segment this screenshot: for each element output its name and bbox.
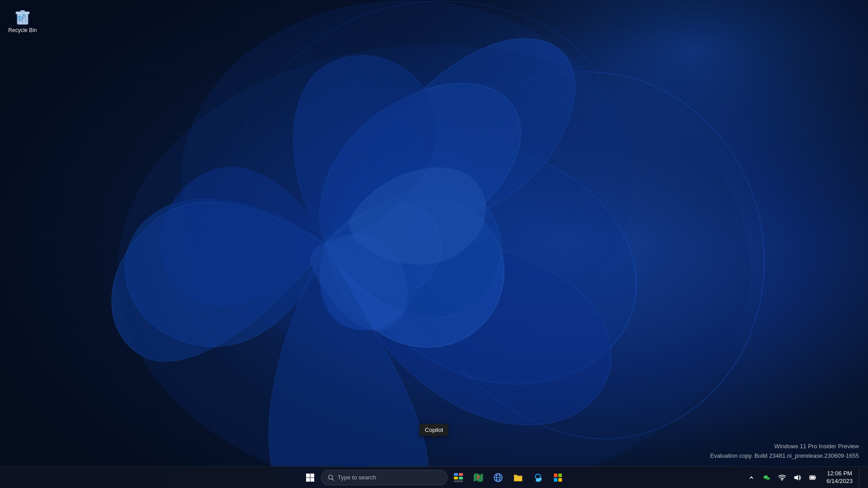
wechat-tray-icon[interactable] [760,470,774,485]
svg-point-36 [765,476,766,477]
search-icon [328,474,334,481]
battery-tray-button[interactable] [806,470,820,485]
volume-tray-button[interactable] [790,470,805,485]
network-icon [778,474,786,481]
taskbar-right: 12:06 PM 6/14/2023 [744,469,868,487]
system-tray [744,470,820,485]
svg-line-15 [332,479,334,480]
taskbar: Type to search [0,466,868,488]
network-tray-button[interactable] [775,470,789,485]
svg-rect-43 [811,476,815,479]
taskbar-widgets-button[interactable] [449,469,467,487]
volume-icon [794,474,801,481]
clock-time: 12:06 PM [827,470,852,478]
file-explorer-icon [513,473,523,483]
svg-point-35 [766,477,770,480]
svg-rect-18 [454,477,458,479]
recycle-bin-icon [14,7,32,25]
taskbar-edge-button[interactable] [529,469,547,487]
svg-rect-17 [459,473,463,476]
clock-date: 6/14/2023 [826,478,853,485]
taskbar-copilot-button[interactable] [489,469,507,487]
svg-rect-3 [0,0,868,488]
svg-rect-6 [20,10,25,12]
recycle-bin-label: Recycle Bin [8,27,37,34]
svg-point-38 [767,478,768,478]
taskbar-maps-button[interactable] [469,469,487,487]
start-button[interactable] [301,469,319,487]
svg-rect-19 [459,477,463,479]
svg-rect-31 [558,474,562,477]
svg-rect-32 [554,478,557,482]
clock-area[interactable]: 12:06 PM 6/14/2023 [823,469,856,486]
svg-point-37 [766,476,767,477]
svg-rect-13 [311,478,315,482]
eval-line1: Windows 11 Pro Insider Preview [710,442,859,451]
widgets-icon [453,473,463,483]
maps-icon [473,473,483,483]
svg-line-9 [25,15,26,23]
copilot-tooltip: Copilot [420,424,448,436]
svg-rect-10 [306,474,310,478]
desktop-icons-area: Recycle Bin [5,5,41,37]
taskbar-store-button[interactable] [549,469,567,487]
show-desktop-button[interactable] [859,469,863,487]
taskbar-center: Type to search [301,469,567,487]
svg-rect-42 [815,477,816,478]
eval-watermark: Windows 11 Pro Insider Preview Evaluatio… [710,442,859,461]
desktop: Recycle Bin Copilot Windows 11 Pro Insid… [0,0,868,488]
svg-rect-33 [558,478,562,482]
svg-rect-11 [311,474,315,478]
recycle-bin-icon-item[interactable]: Recycle Bin [5,5,41,37]
wechat-icon [763,474,770,481]
svg-point-39 [769,478,769,478]
battery-icon [809,474,816,481]
wallpaper [0,0,868,488]
show-hidden-icons-button[interactable] [744,470,759,485]
eval-line2: Evaluation copy. Build 23481.ni_prerelea… [710,451,859,461]
windows-logo-icon [306,473,315,482]
svg-rect-12 [306,478,310,482]
search-bar[interactable]: Type to search [321,470,448,485]
copilot-icon [493,473,503,483]
svg-rect-16 [454,473,458,476]
svg-marker-40 [794,475,798,480]
store-icon [553,473,563,483]
copilot-tooltip-text: Copilot [425,427,443,433]
svg-rect-30 [554,474,557,477]
svg-rect-20 [454,480,463,482]
search-placeholder-text: Type to search [338,474,376,481]
chevron-up-icon [749,475,754,480]
edge-icon [533,473,543,483]
taskbar-file-explorer-button[interactable] [509,469,527,487]
